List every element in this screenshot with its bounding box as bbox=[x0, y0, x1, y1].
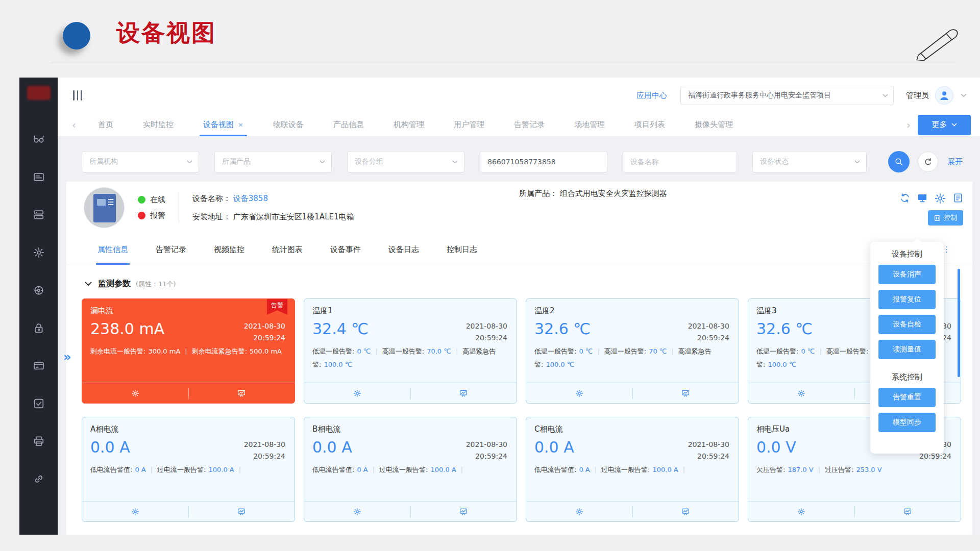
card-settings-button[interactable] bbox=[748, 389, 854, 397]
settings-icon[interactable] bbox=[33, 285, 44, 296]
avatar[interactable] bbox=[935, 86, 953, 105]
refresh-button[interactable] bbox=[918, 152, 938, 172]
user-name: 管理员 bbox=[906, 91, 929, 101]
card-chart-button[interactable] bbox=[633, 389, 739, 397]
control-action-button[interactable]: 报警复位 bbox=[878, 290, 936, 309]
scroll-right-icon[interactable]: › bbox=[899, 114, 918, 136]
filter-device-name-input[interactable] bbox=[623, 151, 737, 172]
scrollbar-thumb[interactable] bbox=[958, 269, 960, 377]
nav-tab-3[interactable]: 设备视图× bbox=[188, 113, 258, 136]
card-chart-button[interactable] bbox=[411, 389, 517, 397]
detail-tab-2[interactable]: 告警记录 bbox=[142, 234, 200, 265]
nav-tab-10[interactable]: 项目列表 bbox=[620, 113, 680, 136]
card-chart-button[interactable] bbox=[855, 508, 961, 516]
card-icon[interactable] bbox=[33, 360, 44, 371]
threshold-separator: | bbox=[683, 466, 685, 473]
card-chart-button[interactable] bbox=[411, 508, 517, 516]
card-time-value: 20:59:24 bbox=[244, 450, 285, 462]
card-settings-button[interactable] bbox=[82, 508, 188, 516]
nav-tab-8[interactable]: 告警记录 bbox=[499, 113, 559, 136]
nav-tab-11[interactable]: 摄像头管理 bbox=[680, 113, 748, 136]
filter-device-name-field[interactable] bbox=[630, 158, 730, 166]
scroll-left-icon[interactable]: ‹ bbox=[65, 114, 83, 136]
control-button[interactable]: 控制 bbox=[928, 210, 963, 226]
chevron-down-icon bbox=[452, 160, 458, 164]
threshold-separator: | bbox=[597, 347, 599, 355]
control-action-button[interactable]: 设备自检 bbox=[878, 315, 936, 334]
card-settings-button[interactable] bbox=[304, 508, 410, 516]
task-check-icon[interactable] bbox=[33, 398, 44, 409]
card-footer bbox=[304, 501, 517, 521]
control-group-title: 设备控制 bbox=[870, 249, 944, 259]
threshold: 低电流告警值:0 A bbox=[312, 466, 368, 473]
card-footer bbox=[82, 383, 295, 403]
binoculars-icon[interactable] bbox=[33, 134, 44, 145]
filter-product-select[interactable]: 所属产品 bbox=[214, 151, 332, 172]
printer-icon[interactable] bbox=[33, 436, 44, 447]
nav-tab-label: 产品信息 bbox=[333, 120, 364, 129]
nav-tab-4[interactable]: 物联设备 bbox=[258, 113, 318, 136]
card-settings-button[interactable] bbox=[304, 389, 410, 397]
search-button[interactable] bbox=[888, 151, 910, 172]
project-select[interactable]: 福海街道行政事务服务中心用电安全监管项目 bbox=[680, 86, 894, 105]
close-tab-icon[interactable]: × bbox=[238, 121, 243, 129]
card-chart-button[interactable] bbox=[189, 389, 295, 397]
card-date-value: 2021-08-30 bbox=[466, 439, 507, 450]
nav-tab-6[interactable]: 机构管理 bbox=[379, 113, 439, 136]
filter-device-status-select[interactable]: 设备状态 bbox=[752, 151, 867, 172]
control-action-button[interactable]: 告警重置 bbox=[878, 388, 936, 407]
card-settings-button[interactable] bbox=[526, 389, 632, 397]
card-settings-button[interactable] bbox=[748, 508, 854, 516]
chevron-down-icon bbox=[854, 160, 860, 164]
expand-panel-icon[interactable]: » bbox=[63, 350, 71, 364]
card-settings-button[interactable] bbox=[526, 508, 632, 516]
nav-tab-2[interactable]: 实时监控 bbox=[128, 113, 188, 136]
server-icon[interactable] bbox=[33, 209, 44, 220]
more-button[interactable]: 更多 bbox=[918, 115, 971, 135]
form-icon[interactable] bbox=[953, 193, 963, 204]
card-footer bbox=[748, 501, 961, 521]
detail-tab-3[interactable]: 视频监控 bbox=[200, 234, 258, 265]
collapse-chevron-icon[interactable] bbox=[85, 282, 92, 286]
user-menu-chevron-icon[interactable] bbox=[961, 93, 967, 97]
filter-device-id-input[interactable] bbox=[480, 151, 607, 172]
card-chart-button[interactable] bbox=[633, 508, 739, 516]
nav-tab-9[interactable]: 场地管理 bbox=[559, 113, 620, 136]
threshold-separator: | bbox=[819, 347, 821, 355]
threshold: 过电流一般告警:100.0 A bbox=[157, 466, 234, 473]
nav-tab-5[interactable]: 产品信息 bbox=[318, 113, 379, 136]
detail-tab-4[interactable]: 统计图表 bbox=[258, 234, 316, 265]
expand-filters-link[interactable]: 展开 bbox=[947, 157, 963, 167]
license-icon[interactable] bbox=[33, 171, 44, 183]
threshold-separator: | bbox=[185, 347, 187, 355]
nav-tab-7[interactable]: 用户管理 bbox=[439, 113, 499, 136]
filter-group-select[interactable]: 设备分组 bbox=[347, 151, 464, 172]
detail-tab-1[interactable]: 属性信息 bbox=[84, 234, 142, 265]
filter-org-select[interactable]: 所属机构 bbox=[82, 151, 199, 172]
detail-tab-7[interactable]: 控制日志 bbox=[433, 234, 491, 265]
detail-tab-5[interactable]: 设备事件 bbox=[316, 234, 375, 265]
control-action-button[interactable]: 设备消声 bbox=[878, 265, 936, 284]
control-action-button[interactable]: 模型同步 bbox=[878, 413, 936, 432]
gear-icon[interactable] bbox=[33, 247, 44, 258]
filter-device-id-field[interactable] bbox=[487, 158, 601, 166]
collapse-menu-icon[interactable] bbox=[73, 90, 82, 101]
app-center-link[interactable]: 应用中心 bbox=[636, 91, 667, 101]
control-action-button[interactable]: 读测量值 bbox=[878, 340, 936, 359]
monitor-icon[interactable] bbox=[917, 193, 927, 204]
link-icon[interactable] bbox=[33, 473, 44, 485]
detail-tab-6[interactable]: 设备日志 bbox=[375, 234, 433, 265]
card-settings-button[interactable] bbox=[82, 389, 188, 397]
card-title: A相电流 bbox=[90, 424, 286, 434]
control-button-label: 控制 bbox=[944, 213, 957, 222]
status-label: 报警 bbox=[150, 211, 165, 220]
parameter-cards-grid: 漏电流告警238.0 mA2021-08-3020:59:24剩余电流一般告警:… bbox=[82, 298, 972, 522]
device-name-link[interactable]: 设备3858 bbox=[233, 194, 268, 203]
threshold-separator: | bbox=[595, 466, 597, 473]
card-chart-button[interactable] bbox=[189, 508, 295, 516]
lock-icon[interactable] bbox=[33, 322, 44, 334]
card-thresholds: 低电流告警值:0 A|过电流一般告警:100.0 A| bbox=[534, 463, 731, 477]
sync-icon[interactable] bbox=[900, 193, 910, 204]
nav-tab-1[interactable]: 首页 bbox=[83, 113, 128, 136]
gear-icon[interactable] bbox=[935, 193, 946, 204]
